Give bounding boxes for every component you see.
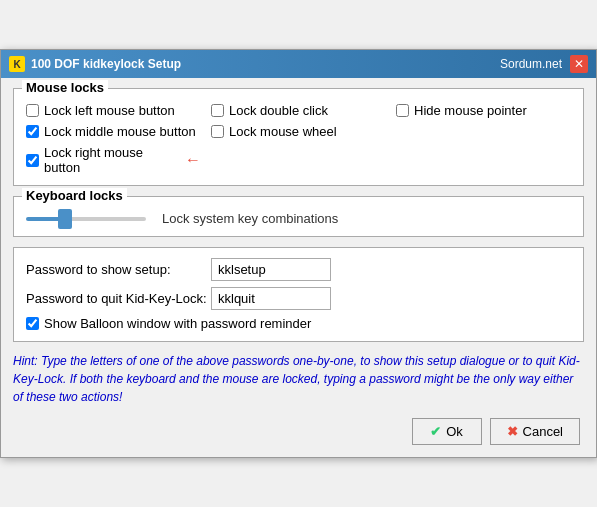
- mouse-locks-group: Mouse locks Lock left mouse button Lock …: [13, 88, 584, 186]
- main-window: K 100 DOF kidkeylock Setup Sordum.net ✕ …: [0, 49, 597, 458]
- checkbox-row-lock-middle: Lock middle mouse button: [26, 124, 201, 139]
- lock-right-mouse-checkbox[interactable]: [26, 154, 39, 167]
- hide-mouse-pointer-checkbox[interactable]: [396, 104, 409, 117]
- button-row: ✔ Ok ✖ Cancel: [13, 418, 584, 445]
- quit-password-row: Password to quit Kid-Key-Lock:: [26, 287, 571, 310]
- close-button[interactable]: ✕: [570, 55, 588, 73]
- content-area: Mouse locks Lock left mouse button Lock …: [1, 78, 596, 457]
- keyboard-slider-label: Lock system key combinations: [162, 211, 338, 226]
- lock-middle-mouse-label: Lock middle mouse button: [44, 124, 196, 139]
- ok-button[interactable]: ✔ Ok: [412, 418, 482, 445]
- lock-right-mouse-label: Lock right mouse button: [44, 145, 176, 175]
- window-title: 100 DOF kidkeylock Setup: [31, 57, 181, 71]
- title-bar-left: K 100 DOF kidkeylock Setup: [9, 56, 181, 72]
- hide-mouse-pointer-label: Hide mouse pointer: [414, 103, 527, 118]
- setup-password-row: Password to show setup:: [26, 258, 571, 281]
- checkbox-row-hide-pointer: Hide mouse pointer: [396, 103, 571, 118]
- password-section: Password to show setup: Password to quit…: [13, 247, 584, 342]
- setup-password-input[interactable]: [211, 258, 331, 281]
- mouse-locks-title: Mouse locks: [22, 80, 108, 95]
- quit-password-input[interactable]: [211, 287, 331, 310]
- keyboard-locks-group: Keyboard locks Lock system key combinati…: [13, 196, 584, 237]
- arrow-indicator: ←: [185, 151, 201, 169]
- keyboard-locks-row: Lock system key combinations: [26, 211, 571, 226]
- checkbox-row-lock-wheel: Lock mouse wheel: [211, 124, 386, 139]
- lock-left-mouse-label: Lock left mouse button: [44, 103, 175, 118]
- keyboard-locks-title: Keyboard locks: [22, 188, 127, 203]
- cancel-icon: ✖: [507, 424, 518, 439]
- checkbox-row-lock-left: Lock left mouse button: [26, 103, 201, 118]
- lock-mouse-wheel-checkbox[interactable]: [211, 125, 224, 138]
- cancel-button[interactable]: ✖ Cancel: [490, 418, 580, 445]
- checkbox-row-lock-double: Lock double click: [211, 103, 386, 118]
- checkbox-row-lock-right: Lock right mouse button ←: [26, 145, 201, 175]
- balloon-row: Show Balloon window with password remind…: [26, 316, 571, 331]
- cancel-label: Cancel: [523, 424, 563, 439]
- lock-left-mouse-checkbox[interactable]: [26, 104, 39, 117]
- lock-middle-mouse-checkbox[interactable]: [26, 125, 39, 138]
- ok-label: Ok: [446, 424, 463, 439]
- lock-double-click-label: Lock double click: [229, 103, 328, 118]
- sordum-label: Sordum.net: [500, 57, 562, 71]
- ok-icon: ✔: [430, 424, 441, 439]
- title-bar-right: Sordum.net ✕: [500, 55, 588, 73]
- hint-text: Hint: Type the letters of one of the abo…: [13, 352, 584, 406]
- setup-password-label: Password to show setup:: [26, 262, 211, 277]
- app-icon: K: [9, 56, 25, 72]
- keyboard-slider[interactable]: [26, 217, 146, 221]
- balloon-checkbox[interactable]: [26, 317, 39, 330]
- mouse-locks-grid: Lock left mouse button Lock double click…: [26, 103, 571, 175]
- balloon-label: Show Balloon window with password remind…: [44, 316, 311, 331]
- quit-password-label: Password to quit Kid-Key-Lock:: [26, 291, 211, 306]
- title-bar: K 100 DOF kidkeylock Setup Sordum.net ✕: [1, 50, 596, 78]
- lock-double-click-checkbox[interactable]: [211, 104, 224, 117]
- lock-mouse-wheel-label: Lock mouse wheel: [229, 124, 337, 139]
